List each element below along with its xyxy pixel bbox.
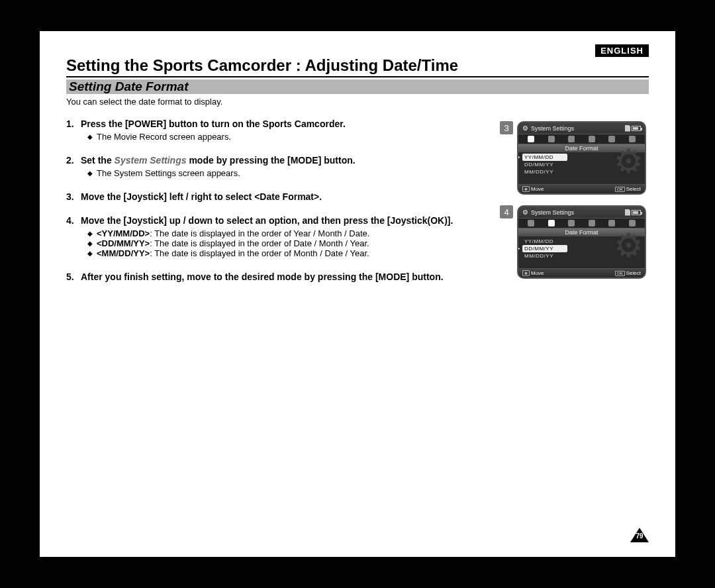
opt-yy-label: <YY/MM/DD> [97, 228, 150, 238]
tab-icon [629, 220, 636, 226]
instructions-column: Press the [POWER] button to turn on the … [66, 119, 487, 295]
step-2-title-post: mode by pressing the [MODE] button. [187, 155, 356, 166]
tab-clock-icon [528, 136, 534, 142]
gear-icon: ⚙ [522, 209, 528, 216]
step-1: Press the [POWER] button to turn on the … [66, 119, 487, 142]
opt-mm-desc: : The date is displayed in the order of … [150, 248, 369, 258]
screenshot-3-opt-1: YY/MM/DD [522, 154, 567, 161]
tab-icon [629, 136, 636, 142]
foot-move: ✥Move [522, 186, 544, 192]
tab-icon [568, 136, 575, 142]
card-icon [625, 209, 630, 216]
screenshot-3-header: System Settings [531, 125, 622, 132]
tab-icon [589, 220, 595, 226]
battery-icon [632, 210, 641, 215]
step-2-title: Set the System Settings mode by pressing… [81, 155, 356, 166]
screenshot-4-wrap: 4 ⚙ System Settings [500, 205, 649, 279]
screenshot-4-opt-1: YY/MM/DD [522, 238, 567, 245]
step-1-title: Press the [POWER] button to turn on the … [81, 119, 346, 129]
foot-select: OKSelect [615, 186, 641, 192]
opt-dd-desc: : The date is displayed in the order of … [150, 238, 369, 248]
steps-list: Press the [POWER] button to turn on the … [66, 119, 487, 282]
screenshot-4-opt-2: DD/MM/YY [522, 245, 567, 252]
step-3: Move the [Joystick] left / right to sele… [66, 191, 487, 202]
opt-yy-desc: : The date is displayed in the order of … [150, 228, 369, 238]
dpad-icon: ✥ [522, 186, 530, 192]
step-4-title: Move the [Joystick] up / down to select … [81, 215, 453, 226]
card-icon [625, 125, 630, 132]
ok-icon: OK [615, 187, 625, 192]
screenshot-3-opt-2: DD/MM/YY [522, 161, 567, 168]
screenshot-3-wrap: 3 ⚙ System Settings [500, 121, 649, 195]
step-2: Set the System Settings mode by pressing… [66, 155, 487, 178]
step-4: Move the [Joystick] up / down to select … [66, 215, 487, 258]
screenshot-4-number: 4 [500, 205, 513, 219]
battery-icon [632, 126, 641, 131]
foot-select: OKSelect [615, 270, 641, 276]
step-4-sub-2: <DD/MM/YY>: The date is displayed in the… [87, 238, 487, 248]
step-4-sub-1: <YY/MM/DD>: The date is displayed in the… [87, 228, 487, 238]
step-1-sub-1: The Movie Record screen appears. [87, 132, 487, 142]
opt-mm-label: <MM/DD/YY> [97, 248, 150, 258]
screenshot-4-opt-3: MM/DD/YY [522, 252, 567, 260]
screenshot-3-number: 3 [500, 121, 513, 134]
status-icons [625, 125, 641, 132]
tab-icon [568, 220, 575, 226]
ok-icon: OK [615, 271, 625, 276]
step-5: After you finish setting, move to the de… [66, 271, 487, 282]
language-badge: ENGLISH [595, 44, 649, 57]
dpad-icon: ✥ [522, 270, 530, 276]
tab-icon [548, 136, 555, 142]
status-icons [625, 209, 641, 216]
foot-move: ✥Move [522, 270, 544, 276]
tab-icon [548, 220, 555, 226]
screenshot-4: ⚙ System Settings [517, 205, 646, 279]
page-number: 79 [630, 528, 649, 545]
screenshot-3-opt-3: MM/DD/YY [522, 168, 567, 175]
screenshot-4-header: System Settings [531, 209, 622, 216]
tab-icon [589, 136, 595, 142]
screenshots-column: 3 ⚙ System Settings [500, 119, 649, 295]
intro-text: You can select the date format to displa… [66, 97, 649, 107]
step-3-title: Move the [Joystick] left / right to sele… [81, 191, 322, 202]
step-2-sub-1: The System Settings screen appears. [87, 168, 487, 178]
step-2-title-em: System Settings [115, 155, 187, 166]
tab-icon [608, 136, 615, 142]
page-title: Setting the Sports Camcorder : Adjusting… [66, 51, 649, 77]
tab-icon [608, 220, 615, 226]
step-5-title: After you finish setting, move to the de… [81, 271, 444, 282]
step-2-title-pre: Set the [81, 155, 115, 166]
opt-dd-label: <DD/MM/YY> [97, 238, 150, 248]
section-title: Setting Date Format [66, 79, 649, 94]
tab-clock-icon [528, 220, 534, 226]
screenshot-3: ⚙ System Settings [517, 121, 646, 195]
step-4-sub-3: <MM/DD/YY>: The date is displayed in the… [87, 248, 487, 258]
gear-icon: ⚙ [522, 124, 528, 132]
manual-page: ENGLISH Setting the Sports Camcorder : A… [40, 31, 675, 557]
